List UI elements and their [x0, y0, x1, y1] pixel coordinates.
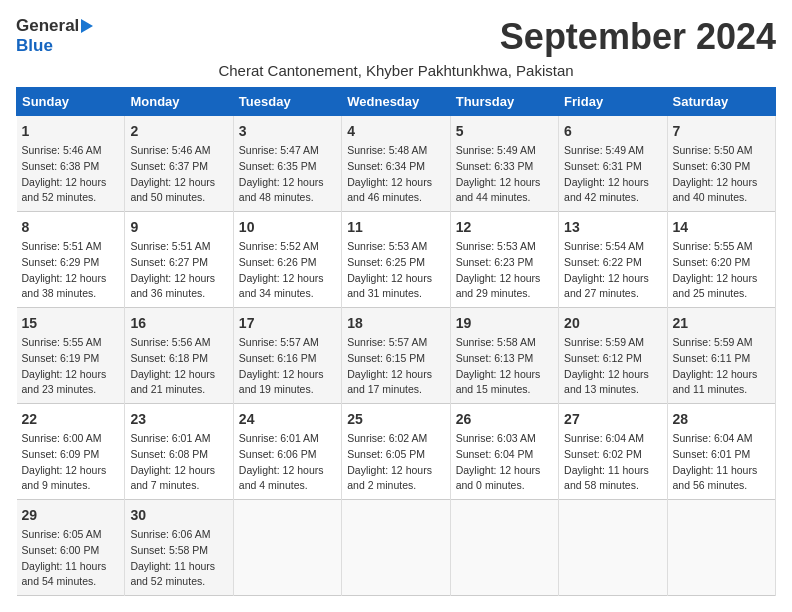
- calendar-cell: 17Sunrise: 5:57 AMSunset: 6:16 PMDayligh…: [233, 308, 341, 404]
- calendar-cell: 28Sunrise: 6:04 AMSunset: 6:01 PMDayligh…: [667, 404, 775, 500]
- day-info-line: Daylight: 12 hours: [239, 175, 336, 191]
- day-info-line: Sunrise: 6:05 AM: [22, 527, 120, 543]
- day-info-line: and 2 minutes.: [347, 478, 444, 494]
- day-info-line: Daylight: 12 hours: [564, 175, 661, 191]
- day-info-line: and 4 minutes.: [239, 478, 336, 494]
- day-info-line: Daylight: 12 hours: [456, 271, 553, 287]
- calendar-cell: 9Sunrise: 5:51 AMSunset: 6:27 PMDaylight…: [125, 212, 233, 308]
- calendar-cell: 16Sunrise: 5:56 AMSunset: 6:18 PMDayligh…: [125, 308, 233, 404]
- day-info-line: Daylight: 12 hours: [564, 271, 661, 287]
- day-info-line: Sunrise: 5:46 AM: [130, 143, 227, 159]
- day-info-line: Sunset: 6:30 PM: [673, 159, 770, 175]
- day-of-week-header: Thursday: [450, 88, 558, 116]
- day-info-line: Daylight: 12 hours: [22, 271, 120, 287]
- day-info-line: Sunrise: 5:51 AM: [130, 239, 227, 255]
- day-info-line: Sunrise: 5:57 AM: [239, 335, 336, 351]
- day-info-line: Sunset: 6:15 PM: [347, 351, 444, 367]
- day-number: 30: [130, 505, 227, 526]
- day-info-line: Sunset: 5:58 PM: [130, 543, 227, 559]
- day-info-line: Sunset: 6:29 PM: [22, 255, 120, 271]
- day-info-line: Sunset: 6:13 PM: [456, 351, 553, 367]
- day-info-line: Sunrise: 5:55 AM: [673, 239, 770, 255]
- day-number: 1: [22, 121, 120, 142]
- day-info-line: and 52 minutes.: [130, 574, 227, 590]
- day-info-line: Daylight: 12 hours: [347, 463, 444, 479]
- day-info-line: Sunset: 6:16 PM: [239, 351, 336, 367]
- day-info-line: Sunset: 6:20 PM: [673, 255, 770, 271]
- day-info-line: and 36 minutes.: [130, 286, 227, 302]
- day-info-line: Daylight: 12 hours: [347, 175, 444, 191]
- day-info-line: Daylight: 12 hours: [239, 367, 336, 383]
- day-info-line: Sunrise: 6:06 AM: [130, 527, 227, 543]
- subtitle: Cherat Cantonement, Khyber Pakhtunkhwa, …: [16, 62, 776, 79]
- day-info-line: and 17 minutes.: [347, 382, 444, 398]
- day-info-line: and 11 minutes.: [673, 382, 770, 398]
- month-title: September 2024: [500, 16, 776, 58]
- day-info-line: Daylight: 12 hours: [239, 271, 336, 287]
- day-info-line: Sunset: 6:18 PM: [130, 351, 227, 367]
- day-info-line: Daylight: 12 hours: [673, 367, 770, 383]
- day-info-line: Sunrise: 5:55 AM: [22, 335, 120, 351]
- calendar-cell: 12Sunrise: 5:53 AMSunset: 6:23 PMDayligh…: [450, 212, 558, 308]
- day-of-week-header: Monday: [125, 88, 233, 116]
- day-info-line: Sunset: 6:04 PM: [456, 447, 553, 463]
- calendar-table: SundayMondayTuesdayWednesdayThursdayFrid…: [16, 87, 776, 596]
- day-info-line: and 19 minutes.: [239, 382, 336, 398]
- day-number: 9: [130, 217, 227, 238]
- day-info-line: Daylight: 12 hours: [456, 175, 553, 191]
- day-info-line: Sunrise: 6:01 AM: [130, 431, 227, 447]
- day-info-line: Daylight: 12 hours: [456, 367, 553, 383]
- day-info-line: Daylight: 11 hours: [564, 463, 661, 479]
- calendar-cell: 13Sunrise: 5:54 AMSunset: 6:22 PMDayligh…: [559, 212, 667, 308]
- empty-cell: [559, 500, 667, 596]
- calendar-cell: 4Sunrise: 5:48 AMSunset: 6:34 PMDaylight…: [342, 116, 450, 212]
- day-info-line: Daylight: 12 hours: [347, 367, 444, 383]
- day-info-line: and 54 minutes.: [22, 574, 120, 590]
- calendar-cell: 15Sunrise: 5:55 AMSunset: 6:19 PMDayligh…: [17, 308, 125, 404]
- calendar-cell: 6Sunrise: 5:49 AMSunset: 6:31 PMDaylight…: [559, 116, 667, 212]
- day-number: 21: [673, 313, 770, 334]
- day-info-line: and 58 minutes.: [564, 478, 661, 494]
- day-number: 5: [456, 121, 553, 142]
- day-info-line: Daylight: 12 hours: [456, 463, 553, 479]
- calendar-cell: 10Sunrise: 5:52 AMSunset: 6:26 PMDayligh…: [233, 212, 341, 308]
- day-info-line: and 9 minutes.: [22, 478, 120, 494]
- calendar-cell: 8Sunrise: 5:51 AMSunset: 6:29 PMDaylight…: [17, 212, 125, 308]
- day-number: 3: [239, 121, 336, 142]
- day-info-line: Sunrise: 5:51 AM: [22, 239, 120, 255]
- calendar-cell: 20Sunrise: 5:59 AMSunset: 6:12 PMDayligh…: [559, 308, 667, 404]
- day-info-line: Sunrise: 5:54 AM: [564, 239, 661, 255]
- day-info-line: Sunrise: 5:50 AM: [673, 143, 770, 159]
- day-of-week-header: Sunday: [17, 88, 125, 116]
- day-info-line: Sunset: 6:06 PM: [239, 447, 336, 463]
- day-info-line: Sunrise: 5:47 AM: [239, 143, 336, 159]
- day-info-line: Daylight: 12 hours: [564, 367, 661, 383]
- day-number: 27: [564, 409, 661, 430]
- day-info-line: Daylight: 12 hours: [130, 367, 227, 383]
- day-info-line: and 7 minutes.: [130, 478, 227, 494]
- calendar-cell: 26Sunrise: 6:03 AMSunset: 6:04 PMDayligh…: [450, 404, 558, 500]
- day-info-line: Sunset: 6:34 PM: [347, 159, 444, 175]
- day-info-line: Sunrise: 5:53 AM: [347, 239, 444, 255]
- day-number: 23: [130, 409, 227, 430]
- day-number: 11: [347, 217, 444, 238]
- calendar-cell: 29Sunrise: 6:05 AMSunset: 6:00 PMDayligh…: [17, 500, 125, 596]
- day-number: 4: [347, 121, 444, 142]
- day-info-line: Sunset: 6:33 PM: [456, 159, 553, 175]
- day-info-line: Sunset: 6:37 PM: [130, 159, 227, 175]
- calendar-cell: 19Sunrise: 5:58 AMSunset: 6:13 PMDayligh…: [450, 308, 558, 404]
- day-info-line: Sunrise: 5:53 AM: [456, 239, 553, 255]
- day-info-line: Sunrise: 5:58 AM: [456, 335, 553, 351]
- day-info-line: and 56 minutes.: [673, 478, 770, 494]
- day-info-line: Sunrise: 5:46 AM: [22, 143, 120, 159]
- day-number: 16: [130, 313, 227, 334]
- day-number: 10: [239, 217, 336, 238]
- logo-arrow-icon: [81, 17, 93, 35]
- day-info-line: and 27 minutes.: [564, 286, 661, 302]
- day-info-line: Sunrise: 5:57 AM: [347, 335, 444, 351]
- day-number: 2: [130, 121, 227, 142]
- calendar-cell: 23Sunrise: 6:01 AMSunset: 6:08 PMDayligh…: [125, 404, 233, 500]
- day-info-line: Sunrise: 5:56 AM: [130, 335, 227, 351]
- day-info-line: Sunset: 6:26 PM: [239, 255, 336, 271]
- day-of-week-header: Tuesday: [233, 88, 341, 116]
